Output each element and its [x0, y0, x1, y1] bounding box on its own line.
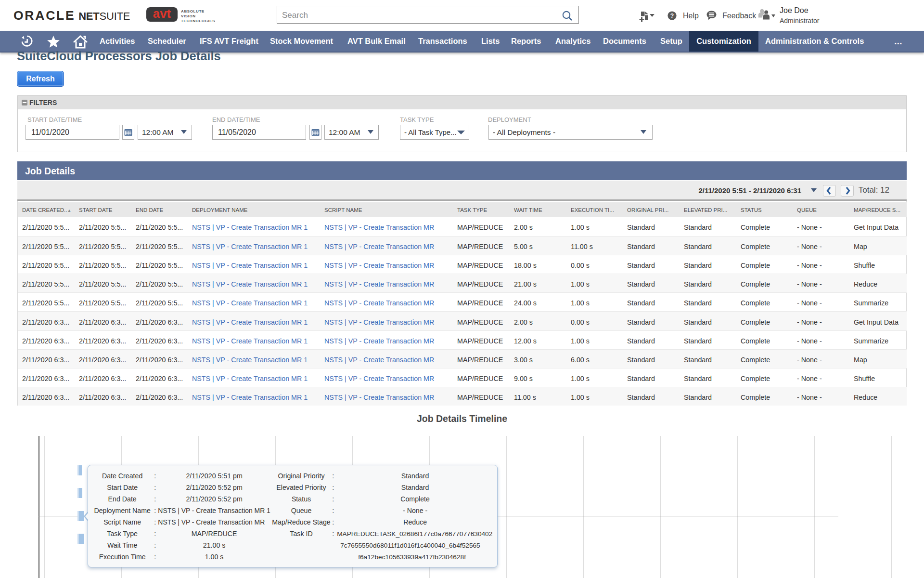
svg-text:?: ?	[670, 13, 674, 19]
